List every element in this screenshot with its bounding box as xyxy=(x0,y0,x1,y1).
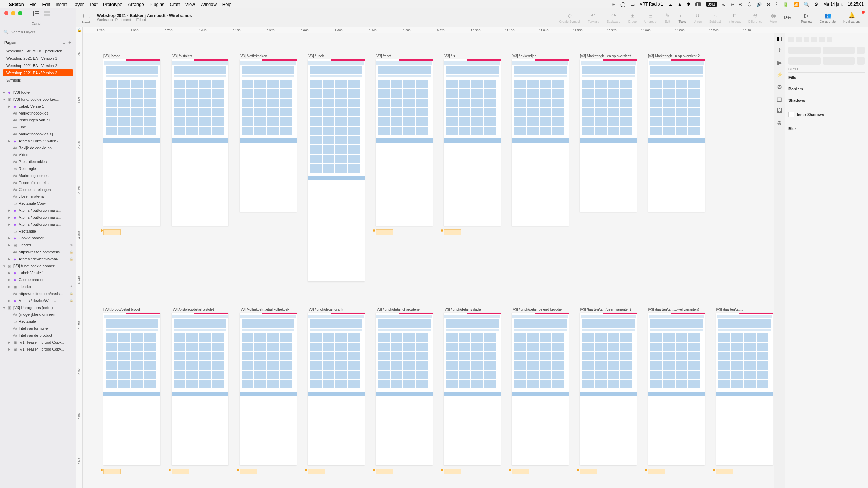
artboard[interactable]: [V3] /lunch/detail-belegd-broodje xyxy=(512,308,569,474)
canvas[interactable]: [V3] /brood[V3] /pistolets[V3] /koffieko… xyxy=(83,33,774,488)
artboard-content[interactable] xyxy=(376,313,433,465)
artboard-title[interactable]: [V3] /pistolets/detail-pistolet xyxy=(172,308,228,311)
status-icon-db[interactable]: ⊗ xyxy=(739,2,743,7)
layer-row[interactable]: Aahttps://resitec.com/basis...🔒 xyxy=(0,249,76,255)
artboard-content[interactable] xyxy=(580,313,637,465)
layer-row[interactable]: ▼▣[V3] func: cookie voorkeu... xyxy=(0,96,76,103)
minimize-window-button[interactable] xyxy=(11,11,15,15)
toolbar-ungroup-button[interactable]: ⊟Ungroup xyxy=(641,11,660,24)
lock-icon[interactable]: 🔒 xyxy=(69,299,73,302)
layer-row[interactable]: ▼▣[V3] Paragraphs (extra) xyxy=(0,304,76,311)
status-icon-link[interactable]: ∞ xyxy=(722,2,725,7)
layer-row[interactable]: ▶◆Atoms / device/Navbar/...🔒 xyxy=(0,255,76,262)
menubar-date[interactable]: Ma 14 jun. xyxy=(823,2,843,7)
align-top-icon[interactable] xyxy=(811,37,817,42)
disclosure-icon[interactable]: ▶ xyxy=(8,223,11,226)
layer-row[interactable]: ▭Rectangle xyxy=(0,165,76,172)
artboard-content[interactable] xyxy=(103,313,160,465)
layer-row[interactable]: ▶◆Label: Versie 1 xyxy=(0,269,76,276)
disclosure-icon[interactable]: ▶ xyxy=(8,278,11,281)
inspector-section-shadows[interactable]: Shadows xyxy=(788,95,865,105)
align-left-icon[interactable] xyxy=(788,37,794,42)
layer-row[interactable]: —Line xyxy=(0,124,76,131)
field-y[interactable] xyxy=(823,47,855,54)
layer-row[interactable]: AaMarketingcookies zij xyxy=(0,131,76,137)
artboard-title[interactable]: [V3] /lunch/detail-charcuterie xyxy=(376,308,433,311)
toolbar-difference-button[interactable]: ⊖Difference xyxy=(745,11,766,24)
disclosure-icon[interactable]: ▶ xyxy=(8,140,11,143)
status-icon-1[interactable]: ⊞ xyxy=(612,2,616,7)
status-icon-toggle[interactable]: ⊙ xyxy=(767,2,770,7)
ruler-origin[interactable]: 🔒 xyxy=(76,27,83,33)
artboard-content[interactable] xyxy=(444,313,501,465)
artboard[interactable]: [V3] /taarten/ta...(geen varianten) xyxy=(580,308,637,474)
status-icon-cloud[interactable]: ☁ xyxy=(668,2,673,7)
layer-row[interactable]: ▶◆Atoms / Form / Switch /... xyxy=(0,137,76,144)
spotlight-icon[interactable]: 🔍 xyxy=(804,2,809,7)
menu-prototype[interactable]: Prototype xyxy=(103,2,123,7)
layer-row[interactable]: AaPrestatiecookies xyxy=(0,158,76,165)
toolbar-edit-button[interactable]: ✎Edit xyxy=(660,11,674,24)
artboard[interactable]: [V3] /brood xyxy=(103,54,160,281)
lock-icon[interactable]: 🔒 xyxy=(69,292,73,295)
artboard-content[interactable] xyxy=(308,313,365,465)
artboard-content[interactable] xyxy=(376,59,433,226)
disclosure-icon[interactable]: ▶ xyxy=(8,271,11,275)
disclosure-icon[interactable]: ▶ xyxy=(8,237,11,240)
page-item[interactable]: Workshop: Structuur + producten xyxy=(3,48,73,54)
artboard-title[interactable]: [V3] /lekkernijen xyxy=(512,54,569,58)
maximize-window-button[interactable] xyxy=(18,11,22,15)
layer-row[interactable]: ▶◆Atoms / button/primary/... xyxy=(0,207,76,214)
align-center-h-icon[interactable] xyxy=(796,37,802,42)
toolbar-backward-button[interactable]: ↷Backward xyxy=(603,11,624,24)
vertical-ruler[interactable]: 7401.4802.2202.9603.7004.4405.1805.9206.… xyxy=(76,33,83,488)
artboard-title[interactable]: [V3] /brood/detail-brood xyxy=(103,308,160,311)
search-input[interactable] xyxy=(11,30,73,34)
layer-row[interactable]: ▭Rectangle xyxy=(0,318,76,325)
zoom-control[interactable]: 13% ⌄ xyxy=(781,16,798,20)
lock-icon[interactable]: 🔒 xyxy=(69,250,73,254)
flash-tab-icon[interactable]: ⚡ xyxy=(776,71,783,78)
artboard[interactable]: [V3] /taarten/ta...to/wel varianten) xyxy=(648,308,705,474)
menubar-time[interactable]: 16:25:01 xyxy=(848,2,864,7)
control-center-icon[interactable]: ⚙ xyxy=(814,2,818,7)
artboard[interactable]: [V3] /lunch/detail-drank xyxy=(308,308,365,474)
layer-row[interactable]: AaMarketingcookies xyxy=(0,110,76,117)
layer-row[interactable]: Aa(mogelijkheid om een xyxy=(0,311,76,318)
align-right-icon[interactable] xyxy=(804,37,809,42)
page-item[interactable]: Webshop 2021 BA - Version 2 xyxy=(3,62,73,69)
menu-text[interactable]: Text xyxy=(89,2,98,7)
toolbar-create-symbol-button[interactable]: ◇Create Symbol xyxy=(556,11,584,24)
artboard-title[interactable]: [V3] /brood xyxy=(103,54,160,58)
artboard-title[interactable]: [V3] Marketingb...en op overzicht xyxy=(580,54,637,58)
layer-row[interactable]: ▶◆Atoms / button/primary/... xyxy=(0,214,76,221)
artboard[interactable]: [V3] /ijs xyxy=(444,54,501,281)
radio-status[interactable]: VRT Radio 1 xyxy=(640,2,663,7)
artboard-content[interactable] xyxy=(580,59,637,212)
status-icon-vol[interactable]: 🔊 xyxy=(756,2,762,7)
inspector-section-blur[interactable]: Blur xyxy=(788,124,865,134)
layer-row[interactable]: ▶◆Atoms / device/Web...🔒 xyxy=(0,297,76,304)
artboard-content[interactable] xyxy=(308,59,365,281)
artboard-content[interactable] xyxy=(444,59,501,226)
disclosure-icon[interactable]: ▶ xyxy=(8,209,11,212)
artboard-title[interactable]: [V3] Marketingb...n op overzicht 2 xyxy=(648,54,705,58)
artboard[interactable]: [V3] Marketingb...n op overzicht 2 xyxy=(648,54,705,281)
swatch-icon[interactable] xyxy=(788,112,794,117)
layer-row[interactable]: ▶▣[V1] Teaser - brood Copy... xyxy=(0,346,76,353)
menu-plugins[interactable]: Plugins xyxy=(150,2,165,7)
layer-row[interactable]: AaTitel van de product xyxy=(0,332,76,339)
menu-arrange[interactable]: Arrange xyxy=(128,2,144,7)
artboard-content[interactable] xyxy=(240,313,297,465)
inspector-section-borders[interactable]: Borders xyxy=(788,84,865,94)
toolbar-tools-button[interactable]: ▭Tools xyxy=(675,11,689,24)
inspector-tab-icon[interactable]: ◧ xyxy=(777,35,782,42)
artboard-content[interactable] xyxy=(716,313,773,465)
align-bottom-icon[interactable] xyxy=(827,37,832,42)
image-tab-icon[interactable]: 🖼 xyxy=(777,108,782,114)
toolbar-group-button[interactable]: ⊞Group xyxy=(625,11,640,24)
artboard-title[interactable]: [V3] /koffiekoek...etail-koffiekoek xyxy=(240,308,297,311)
layer-row[interactable]: ▼▣[V3] func: cookie banner xyxy=(0,262,76,269)
layer-row[interactable]: AaVideo xyxy=(0,151,76,158)
inspector-section-fills[interactable]: Fills xyxy=(788,72,865,82)
